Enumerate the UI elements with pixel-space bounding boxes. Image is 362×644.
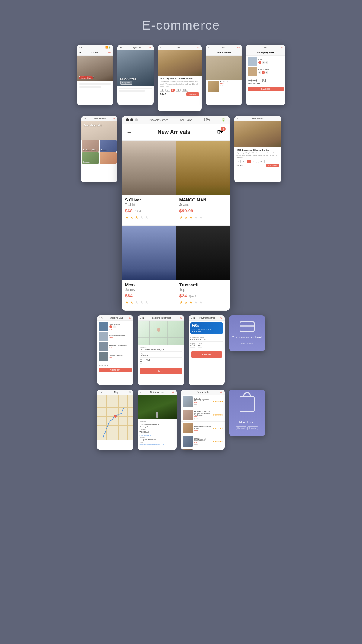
back-3[interactable]: ← <box>160 46 162 48</box>
pickup-hero-img <box>138 395 177 419</box>
cart-icon-4[interactable]: 🛍 <box>237 46 240 48</box>
cat-shorts[interactable]: Shorts <box>100 140 117 152</box>
list-stars-4: ★★★★☆ <box>213 440 223 443</box>
row-3: 9:41 Shopping Cart 🛍 Vince Camuto • • $6… <box>97 315 265 385</box>
product-photo-3 <box>122 226 176 280</box>
back-7[interactable]: ← <box>237 118 239 120</box>
zip-value[interactable]: 77057 <box>145 359 151 362</box>
cart-list-item-2[interactable]: Lizzie Ribbed Dress $120 <box>99 332 132 341</box>
close-icon-7[interactable]: ✕ <box>277 118 279 120</box>
state-value[interactable]: TX <box>140 361 143 364</box>
qty-circle-3[interactable]: 4 <box>265 61 268 64</box>
address-value[interactable]: 5727 Westheimer Rd., #8 <box>140 349 182 352</box>
dot-c3 <box>196 331 197 332</box>
cardholder-value[interactable]: IGOR SAVELEV <box>190 339 223 342</box>
list-item-3[interactable]: Salvatore Ferragamo Loafer $338 ★★★★☆ <box>181 422 225 435</box>
cart-list-item-3[interactable]: Splendid Long Sleeve $80 <box>99 342 132 351</box>
cart-item-2[interactable]: MANGO MAN 4 • 6 <box>248 67 284 76</box>
qty-circle-4[interactable]: 4 <box>258 71 261 74</box>
hue-add-cart-btn[interactable]: Add to cart <box>266 164 279 167</box>
product-cell-3[interactable]: Mexx Jeans $84 ★ ★ ★ ★ ★ <box>122 226 176 311</box>
pickup-web-value[interactable]: www.angelahoopdesigns.com <box>140 443 175 445</box>
choose-btn[interactable]: Choose <box>191 351 222 358</box>
cart-icon-3[interactable]: 🛍 <box>197 46 199 48</box>
cvv-value[interactable]: 444 <box>198 345 202 348</box>
back-to-shop-btn[interactable]: Back to shop <box>241 343 253 345</box>
cart-icon-10[interactable]: 🛍 <box>220 317 222 319</box>
shopping-added-btn[interactable]: Shopping <box>247 426 258 430</box>
expiry-value[interactable]: 06/18 <box>190 345 196 348</box>
star-1-5: ★ <box>145 215 148 220</box>
pay-button[interactable]: Pay $440 <box>248 87 284 91</box>
star-3-4: ★ <box>140 300 144 304</box>
size-xxl[interactable]: XXL <box>182 89 188 92</box>
cat-summer[interactable]: Summer <box>82 152 99 164</box>
phone-hue-product: ← New Arrivals ✕ HUE Zippered Glossy Den… <box>234 116 281 182</box>
product-cell-2[interactable]: MANGO MAN Jeans $99.99 ★ ★ ★ ★ ★ <box>176 141 230 226</box>
cart-icon-large[interactable]: 🛍 4 <box>215 127 225 137</box>
list-item-1[interactable]: Splendid 1x1 Long Sleeve Turtleneck $48 … <box>181 395 225 408</box>
hue-size-s[interactable]: S <box>237 160 241 163</box>
cat-jeans[interactable]: All Jeans -50% <box>82 140 99 152</box>
product-type-4: Top <box>179 288 227 292</box>
home-header: ☰ Home 🛍 <box>77 50 113 56</box>
cart-list-item-1[interactable]: Vince Camuto • • $69 <box>99 322 132 331</box>
product-best-walk[interactable]: Best Walk $102 $142 <box>206 80 242 94</box>
list-item-4[interactable]: HUE Zippered Glossy Denim $98 $120 ★★★★☆ <box>181 435 225 448</box>
qty-circle-6[interactable]: 6 <box>265 71 268 74</box>
hamburger-icon[interactable]: ☰ <box>79 51 81 54</box>
list-item-5[interactable]: Double D Ranchear Enchanted Mesa Vest $1… <box>181 448 225 450</box>
open-in-maps-btn[interactable]: Open in Maps <box>140 434 175 436</box>
back-13[interactable]: ← <box>183 391 186 393</box>
cart-icon-8[interactable]: 🛍 <box>129 317 131 319</box>
star-2-1: ★ <box>179 215 183 220</box>
shop-now-btn[interactable]: Shop now <box>120 81 133 85</box>
star-2-5: ★ <box>199 215 203 220</box>
qty-circle-2[interactable]: 3 <box>262 61 265 64</box>
size-xl[interactable]: XL <box>176 89 181 92</box>
qty-circle-1[interactable]: 2 <box>258 61 261 64</box>
checkout-added-btn[interactable]: Checkout <box>236 426 246 430</box>
hue-size-xxl[interactable]: XXL <box>258 160 264 163</box>
qty-circle-5[interactable]: • <box>262 71 265 74</box>
expiry-field: Expiry 06/18 <box>190 343 196 348</box>
cart-icon-13[interactable]: 🛍 <box>220 391 222 393</box>
add-to-cart-btn[interactable]: Add to cart <box>186 92 199 96</box>
price-new-2: $99.99 <box>179 208 193 213</box>
qty-c2[interactable]: • <box>113 325 116 328</box>
city-value[interactable]: Houston <box>140 355 182 358</box>
cart-icon-12[interactable]: 🛍 <box>172 391 174 393</box>
bigdeals-content <box>117 86 154 93</box>
dot-c5 <box>199 331 201 332</box>
qty-c1[interactable]: • <box>109 325 112 328</box>
map-heart-icon[interactable]: ♡ <box>129 391 131 394</box>
back-arrow-large[interactable]: ← <box>126 129 132 136</box>
cart-list-item-4[interactable]: Jessica Simpson $44 <box>99 352 132 361</box>
hue-size-l[interactable]: L <box>247 160 251 163</box>
cart-icon[interactable]: 🛍 <box>108 51 111 54</box>
back-4[interactable]: ← <box>208 46 210 48</box>
checkout-cart-btn[interactable]: Add to cart <box>99 368 132 372</box>
back-5[interactable]: ← <box>249 46 251 48</box>
zip-field: 77057 <box>145 359 151 364</box>
add-card-btn[interactable]: + Add new card <box>248 83 284 85</box>
cart-icon-6[interactable]: 🛍 <box>113 118 115 120</box>
next-btn[interactable]: Next <box>140 368 182 374</box>
hue-size-xl[interactable]: XL <box>252 160 257 163</box>
size-s[interactable]: S <box>160 89 164 92</box>
cart-icon-2[interactable]: 🛍 <box>149 46 151 48</box>
stars-3: ★ ★ ★ ★ ★ <box>125 299 172 305</box>
size-m[interactable]: M <box>165 89 170 92</box>
cart-icon-5[interactable]: 🛍 <box>281 46 283 48</box>
product-cell-4[interactable]: Trussardi Top $24 $40 ★ ★ ★ ★ ★ <box>176 226 230 311</box>
size-l[interactable]: L <box>171 89 175 92</box>
cat-other[interactable] <box>100 152 117 164</box>
status-time-11: 9:41 <box>100 391 104 393</box>
cart-item-1[interactable]: S.Oliver 2 3 4 <box>248 57 284 66</box>
cart-icon-9[interactable]: 🛍 <box>180 317 182 319</box>
hue-size-m[interactable]: M <box>242 160 246 163</box>
list-item-2[interactable]: KAMAHLKULTURE by Norma Kamali Go Turtlen… <box>181 408 225 422</box>
product-cell-1[interactable]: S.Oliver T-shirt $68 $84 ★ ★ ★ ★ ★ <box>122 141 176 226</box>
back-12[interactable]: ← <box>140 391 142 393</box>
qty-row-1: 2 3 4 <box>258 61 268 64</box>
